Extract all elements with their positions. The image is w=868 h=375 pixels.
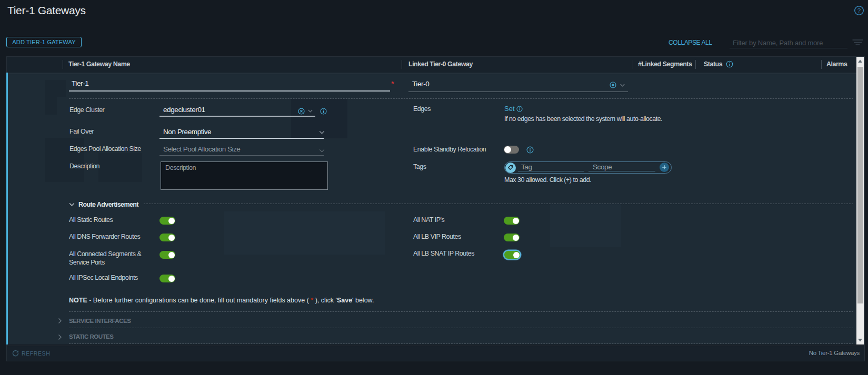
svg-text:?: ? (857, 7, 861, 14)
